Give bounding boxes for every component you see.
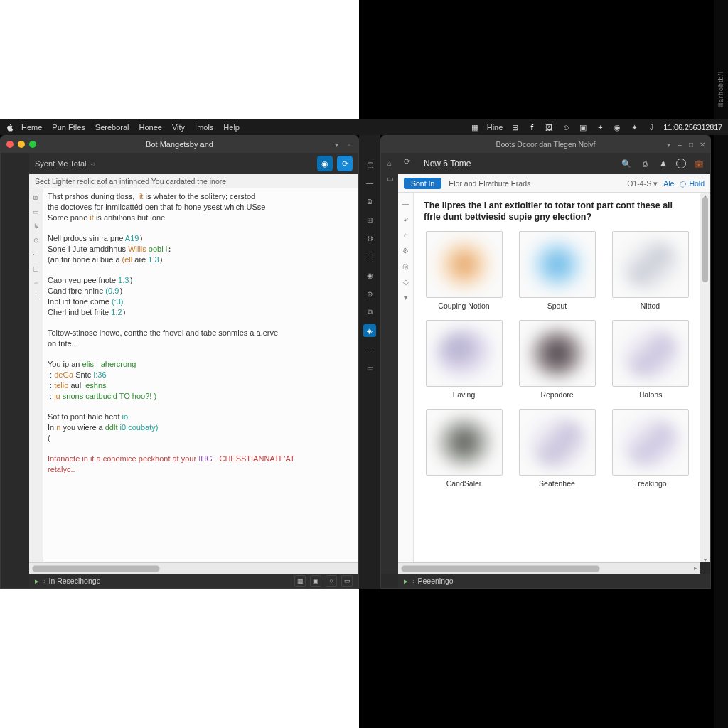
mid-active-icon[interactable]: ◈ bbox=[363, 324, 376, 337]
gallery-chevron-icon[interactable]: ▾ bbox=[663, 139, 673, 149]
secbar-link[interactable]: Ale bbox=[663, 179, 674, 188]
menu-help[interactable]: Help bbox=[223, 123, 240, 132]
gallery-card[interactable]: Faving bbox=[424, 320, 504, 399]
gallery-titlebar[interactable]: Boots Dcoor dan Tlegen Nolvf ▾ – □ ✕ bbox=[381, 136, 710, 153]
toolbar-action-button[interactable]: ⟳ bbox=[337, 156, 353, 171]
gallery-card-label: CandSaler bbox=[446, 479, 482, 488]
gallery-toolbar: ⟳ New 6 Tome 🔍 ⎙ ♟ 💼 bbox=[398, 153, 710, 174]
gutter-more-icon[interactable]: ⋯ bbox=[31, 250, 41, 259]
tc-pointer-icon[interactable]: ➶ bbox=[401, 214, 411, 224]
gallery-card[interactable]: Seatenhee bbox=[517, 409, 597, 488]
gutter-file-icon[interactable]: 🗎 bbox=[31, 193, 41, 203]
gutter-box-icon[interactable]: ▢ bbox=[31, 264, 41, 274]
mid-users-icon[interactable]: ☰ bbox=[363, 250, 376, 263]
gallery-card[interactable]: CandSaler bbox=[424, 409, 504, 488]
gallery-play-icon[interactable]: ▸ bbox=[404, 577, 408, 585]
gutter-folder-icon[interactable]: ▭ bbox=[31, 207, 41, 217]
gallery-content: The lipres the I ant extioltier to totar… bbox=[414, 193, 700, 562]
v-scroll-thumb[interactable] bbox=[702, 197, 708, 282]
editor-h-scrollbar[interactable] bbox=[29, 562, 358, 574]
secbar-chip[interactable]: Sont In bbox=[404, 178, 441, 189]
gallery-tool-column: — ➶ ⌂ ⚙ ◎ ◇ ▾ bbox=[398, 193, 414, 562]
status-icon-3[interactable]: ○ bbox=[326, 575, 337, 587]
tc-down-icon[interactable]: ▾ bbox=[401, 292, 411, 302]
gallery-card[interactable]: Couping Notion bbox=[424, 231, 504, 310]
gallery-card-label: Treakingo bbox=[633, 479, 666, 488]
gallery-h-scrollbar[interactable]: ▸ bbox=[398, 562, 700, 574]
secbar-dropdown[interactable]: O1-4-S▾ bbox=[627, 179, 658, 188]
h-scroll-thumb[interactable] bbox=[32, 565, 160, 572]
mid-doc-icon[interactable]: ▭ bbox=[363, 361, 376, 374]
tray-picture-icon[interactable]: 🖼 bbox=[544, 122, 554, 132]
gallery-card-label: Tlalons bbox=[638, 390, 663, 399]
mid-gear-icon[interactable]: ⚙ bbox=[363, 232, 376, 245]
menu-sereboral[interactable]: Sereboral bbox=[95, 123, 129, 132]
gallery-strip-home-icon[interactable]: ⌂ bbox=[384, 157, 395, 168]
status-icon-4[interactable]: ▭ bbox=[341, 575, 353, 587]
gutter-arrow-icon[interactable]: ↳ bbox=[31, 221, 41, 231]
tc-target-icon[interactable]: ◎ bbox=[401, 261, 411, 271]
tray-arrow-icon[interactable]: ⇩ bbox=[646, 122, 656, 132]
tc-home-icon[interactable]: ⌂ bbox=[401, 230, 411, 240]
secbar-hold[interactable]: ◌Hold bbox=[680, 179, 705, 188]
gallery-min-icon[interactable]: – bbox=[675, 139, 685, 149]
mid-grid-icon[interactable]: ⊞ bbox=[363, 213, 376, 226]
gutter-lines-icon[interactable]: ≡ bbox=[31, 278, 41, 288]
vscroll-down-icon[interactable]: ▾ bbox=[702, 557, 708, 562]
gallery-close-icon[interactable]: ✕ bbox=[697, 139, 707, 149]
gallery-thumb bbox=[426, 231, 503, 298]
menu-punftles[interactable]: Pun Ftles bbox=[52, 123, 85, 132]
editor-titlebar[interactable]: Bot Mangetsby and ▾ ▫ bbox=[1, 136, 358, 153]
gallery-card[interactable]: Spout bbox=[517, 231, 597, 310]
gallery-card[interactable]: Tlalons bbox=[610, 320, 690, 399]
tc-gear-icon[interactable]: ⚙ bbox=[401, 245, 411, 255]
code-editor[interactable]: Thst prshos duning tloss, it is whater t… bbox=[43, 188, 358, 562]
tool-bookmark-icon[interactable]: ⎙ bbox=[639, 158, 651, 169]
mid-circle-icon[interactable]: ◉ bbox=[363, 269, 376, 282]
menu-honee[interactable]: Honee bbox=[139, 123, 162, 132]
tray-facebook-icon[interactable]: f bbox=[527, 122, 537, 132]
tool-folder-icon[interactable]: 💼 bbox=[693, 158, 705, 169]
gutter-dot-icon[interactable]: ⊙ bbox=[31, 235, 41, 245]
menu-heme[interactable]: Heme bbox=[21, 123, 42, 132]
mid-file-icon[interactable]: 🗎 bbox=[363, 195, 376, 208]
toolbar-play-button[interactable]: ◉ bbox=[317, 156, 333, 171]
menu-vity[interactable]: Vity bbox=[172, 123, 185, 132]
tray-camera-icon[interactable]: ▣ bbox=[578, 122, 588, 132]
status-play-icon[interactable]: ▸ bbox=[35, 577, 39, 585]
tool-circle-icon[interactable] bbox=[676, 159, 686, 168]
mid-pin-icon[interactable]: ⊕ bbox=[363, 287, 376, 300]
gallery-card[interactable]: Nittod bbox=[610, 231, 690, 310]
tc-tag-icon[interactable]: ◇ bbox=[401, 277, 411, 287]
tray-smile-icon[interactable]: ☺ bbox=[561, 122, 571, 132]
status-icon-2[interactable]: ▣ bbox=[310, 575, 321, 587]
tray-app-icon[interactable]: ▦ bbox=[470, 122, 480, 132]
apple-menu-icon[interactable] bbox=[6, 123, 14, 132]
editor-breadcrumb[interactable]: Syent Me Total bbox=[35, 159, 87, 168]
mid-box-icon[interactable]: ▢ bbox=[363, 158, 376, 171]
gallery-max-icon[interactable]: □ bbox=[686, 139, 696, 149]
gutter-warn-icon[interactable]: ! bbox=[31, 292, 41, 302]
refresh-icon[interactable]: ⟳ bbox=[404, 157, 417, 170]
gallery-card[interactable]: Repodore bbox=[517, 320, 597, 399]
tray-extension-icon[interactable]: ✦ bbox=[629, 122, 639, 132]
mid-tool-strip: ▢ — 🗎 ⊞ ⚙ ☰ ◉ ⊕ ⧉ ◈ — ▭ bbox=[359, 135, 380, 589]
tray-plus-icon[interactable]: + bbox=[595, 122, 605, 132]
gallery-strip-book-icon[interactable]: ▭ bbox=[384, 173, 395, 184]
gallery-h-thumb[interactable] bbox=[401, 565, 600, 572]
mid-copy-icon[interactable]: ⧉ bbox=[363, 306, 376, 318]
gallery-card[interactable]: Treakingo bbox=[610, 409, 690, 488]
tray-hine[interactable]: Hine bbox=[487, 122, 503, 132]
title-chevron-icon[interactable]: ▾ bbox=[331, 139, 341, 149]
menu-imols[interactable]: Imols bbox=[195, 123, 213, 132]
tray-globe-icon[interactable]: ◉ bbox=[612, 122, 622, 132]
gallery-breadcrumb[interactable]: New 6 Tome bbox=[424, 159, 471, 168]
tool-bell-icon[interactable]: ♟ bbox=[658, 158, 669, 169]
status-icon-1[interactable]: ▦ bbox=[294, 575, 306, 587]
hscroll-right-icon[interactable]: ▸ bbox=[694, 564, 697, 572]
editor-statusbar: ▸ › In Reseclhongo ▦ ▣ ○ ▭ bbox=[29, 574, 358, 588]
title-square-icon[interactable]: ▫ bbox=[344, 139, 354, 149]
tool-search-icon[interactable]: 🔍 bbox=[621, 158, 632, 169]
gallery-v-scrollbar[interactable]: ▴ ▾ bbox=[700, 193, 710, 562]
tray-grid-icon[interactable]: ⊞ bbox=[510, 122, 520, 132]
